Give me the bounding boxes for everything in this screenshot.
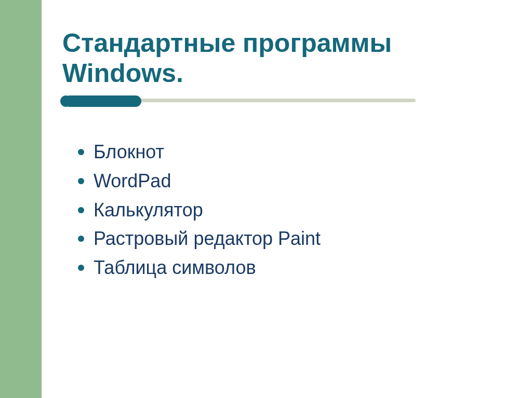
list-item: Блокнот bbox=[78, 138, 511, 167]
slide-content: Стандартные программы Windows. Блокнот W… bbox=[42, 0, 532, 398]
list-item: Таблица символов bbox=[78, 253, 511, 282]
list-item: Калькулятор bbox=[78, 196, 511, 225]
bullet-icon bbox=[78, 149, 84, 155]
sidebar-accent bbox=[0, 0, 42, 398]
bullet-icon bbox=[78, 236, 84, 242]
bullet-icon bbox=[78, 178, 84, 184]
underline-tail bbox=[69, 95, 141, 107]
title-line-2: Windows. bbox=[62, 59, 183, 88]
bullet-icon bbox=[78, 265, 84, 271]
bullet-list: Блокнот WordPad Калькулятор Растровый ре… bbox=[62, 138, 511, 282]
list-item-text: Калькулятор bbox=[94, 199, 203, 221]
title-line-1: Стандартные программы bbox=[62, 29, 392, 58]
list-item-text: WordPad bbox=[94, 170, 171, 191]
title-underline bbox=[62, 99, 511, 109]
underline-dot bbox=[60, 95, 72, 107]
list-item: Растровый редактор Paint bbox=[78, 224, 511, 253]
list-item: WordPad bbox=[78, 167, 511, 196]
bullet-icon bbox=[78, 207, 84, 213]
list-item-text: Блокнот bbox=[94, 141, 164, 162]
slide-title: Стандартные программы Windows. bbox=[62, 29, 511, 88]
list-item-text: Растровый редактор Paint bbox=[94, 228, 321, 249]
list-item-text: Таблица символов bbox=[94, 257, 256, 278]
